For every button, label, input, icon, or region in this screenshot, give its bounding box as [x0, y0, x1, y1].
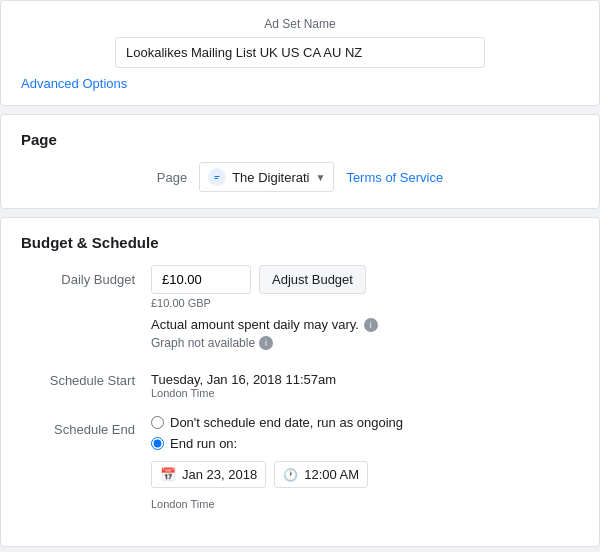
- page-name-text: The Digiterati: [232, 170, 309, 185]
- page-section-header: Page: [21, 131, 579, 148]
- end-run-on-inputs-row: 📅 Jan 23, 2018 🕐 12:00 AM: [151, 461, 579, 488]
- end-run-on-label: End run on:: [170, 436, 237, 451]
- end-time-value: 12:00 AM: [304, 467, 359, 482]
- schedule-end-label: Schedule End: [21, 415, 151, 437]
- chevron-down-icon: ▼: [315, 172, 325, 183]
- clock-icon: 🕐: [283, 468, 298, 482]
- graph-not-available-text: Graph not available: [151, 336, 255, 350]
- daily-budget-input[interactable]: [151, 265, 251, 294]
- daily-budget-content: Adjust Budget £10.00 GBP Actual amount s…: [151, 265, 579, 350]
- calendar-icon: 📅: [160, 467, 176, 482]
- end-run-on-radio[interactable]: [151, 437, 164, 450]
- schedule-end-content: Don't schedule end date, run as ongoing …: [151, 415, 579, 510]
- end-date-value: Jan 23, 2018: [182, 467, 257, 482]
- actual-amount-text: Actual amount spent daily may vary.: [151, 317, 359, 332]
- schedule-start-row: Schedule Start Tuesday, Jan 16, 2018 11:…: [21, 366, 579, 399]
- dont-schedule-radio-row: Don't schedule end date, run as ongoing: [151, 415, 579, 430]
- daily-budget-label: Daily Budget: [21, 265, 151, 287]
- adjust-budget-button[interactable]: Adjust Budget: [259, 265, 366, 294]
- london-time-text: London Time: [151, 498, 579, 510]
- graph-info-icon[interactable]: i: [259, 336, 273, 350]
- page-field-label: Page: [157, 170, 187, 185]
- dont-schedule-radio[interactable]: [151, 416, 164, 429]
- schedule-end-row: Schedule End Don't schedule end date, ru…: [21, 415, 579, 510]
- terms-of-service-link[interactable]: Terms of Service: [346, 170, 443, 185]
- page-dropdown[interactable]: The Digiterati ▼: [199, 162, 334, 192]
- ad-set-name-label: Ad Set Name: [21, 17, 579, 31]
- ad-set-name-input[interactable]: [115, 37, 485, 68]
- budget-schedule-section-header: Budget & Schedule: [21, 234, 579, 251]
- schedule-start-value: Tuesday, Jan 16, 2018 11:57am: [151, 366, 579, 387]
- actual-amount-info-icon[interactable]: i: [364, 318, 378, 332]
- schedule-start-label: Schedule Start: [21, 366, 151, 388]
- end-time-picker[interactable]: 🕐 12:00 AM: [274, 461, 368, 488]
- page-icon: [208, 168, 226, 186]
- daily-budget-sub: £10.00 GBP: [151, 297, 579, 309]
- end-date-picker[interactable]: 📅 Jan 23, 2018: [151, 461, 266, 488]
- daily-budget-row: Daily Budget Adjust Budget £10.00 GBP Ac…: [21, 265, 579, 350]
- schedule-start-sub: London Time: [151, 387, 579, 399]
- dont-schedule-label: Don't schedule end date, run as ongoing: [170, 415, 403, 430]
- end-run-on-radio-row: End run on:: [151, 436, 579, 451]
- schedule-start-content: Tuesday, Jan 16, 2018 11:57am London Tim…: [151, 366, 579, 399]
- advanced-options-link[interactable]: Advanced Options: [21, 76, 127, 91]
